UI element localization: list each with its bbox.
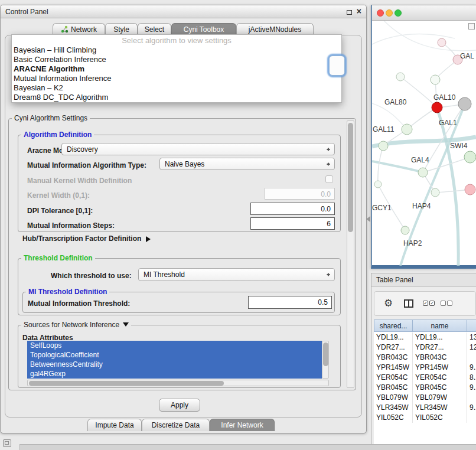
algorithm-menu-item[interactable]: ARACNE Algorithm	[12, 64, 341, 74]
settings-scrollbar-thumb[interactable]	[348, 123, 353, 232]
algorithm-menu-item[interactable]: Dream8 DC_TDC Algorithm	[12, 93, 341, 102]
network-node[interactable]	[465, 184, 475, 195]
zoom-window-icon[interactable]	[395, 9, 402, 17]
mi-algorithm-type-select[interactable]: Naive Bayes	[159, 158, 335, 170]
which-threshold-value: MI Threshold	[144, 270, 185, 279]
table-row[interactable]: YLR345WYLR345W9...	[374, 403, 476, 413]
minimized-panel-icon[interactable]	[3, 439, 11, 447]
mi-threshold-field[interactable]: 0.5	[248, 296, 332, 309]
network-node[interactable]	[464, 151, 476, 163]
network-node[interactable]	[402, 124, 412, 135]
table-cell: 9...	[467, 383, 476, 393]
tab-select[interactable]: Select	[138, 23, 171, 35]
attribute-item[interactable]: gal4RGexp	[27, 369, 322, 379]
algorithm-menu-item[interactable]: Bayesian – Hill Climbing	[12, 45, 341, 55]
mi-steps-value: 6	[327, 220, 331, 228]
control-panel-titlebar[interactable]: Control Panel ×	[1, 5, 366, 18]
expanded-arrow-icon	[123, 322, 129, 330]
select-all-checkbox-icon[interactable]: ✓	[423, 301, 428, 306]
network-node[interactable]	[431, 188, 439, 197]
minimize-window-icon[interactable]	[386, 9, 393, 17]
table-cell	[467, 393, 476, 403]
column-header-name[interactable]: name	[412, 319, 467, 332]
attributes-scrollbar[interactable]	[322, 341, 329, 379]
mi-steps-field[interactable]: 6	[250, 217, 335, 230]
algorithm-menu-item[interactable]: Bayesian – K2	[12, 83, 341, 93]
table-row[interactable]: YBR045CYBR045C9...	[374, 383, 476, 393]
settings-scrollbar[interactable]	[347, 120, 354, 388]
network-node[interactable]	[418, 168, 428, 177]
tab-network[interactable]: Network	[53, 23, 105, 35]
table-row[interactable]: YDR27...YDR27...12...	[374, 343, 476, 353]
network-window-titlebar[interactable]	[372, 5, 476, 21]
focused-browse-button[interactable]	[329, 56, 345, 76]
table-row[interactable]: YDL19...YDL19...13...	[374, 332, 476, 343]
attributes-scrollbar-thumb[interactable]	[323, 343, 328, 366]
close-panel-icon[interactable]: ×	[357, 7, 361, 15]
table-cell: YBL079W	[374, 393, 413, 403]
canvas-mini-checkbox[interactable]	[468, 23, 475, 30]
which-threshold-label: Which threshold to use:	[51, 272, 132, 280]
attribute-item[interactable]: SelfLoops	[27, 341, 322, 350]
network-node[interactable]	[431, 75, 440, 84]
tab-style[interactable]: Style	[105, 23, 138, 35]
column-header-cut[interactable]	[467, 319, 476, 332]
hub-definition-expander[interactable]: Hub/Transcription Factor Definition	[22, 234, 154, 243]
network-node[interactable]	[432, 102, 442, 113]
column-header-shared-name[interactable]: shared...	[374, 319, 413, 332]
table-row[interactable]: YBL079WYBL079W	[374, 393, 476, 403]
network-node[interactable]	[438, 38, 446, 47]
manual-kernel-width-checkbox[interactable]	[325, 175, 333, 183]
table-cell: YBL079W	[413, 393, 467, 403]
table-cell: YER054C	[413, 373, 467, 383]
attribute-item[interactable]: BetweennessCentrality	[27, 360, 322, 369]
mi-threshold-label: Mutual Information Threshold:	[28, 299, 130, 308]
tab-cyni-toolbox[interactable]: Cyni Toolbox	[171, 23, 236, 35]
sources-expander[interactable]: Sources for Network Inference	[21, 321, 131, 330]
dpi-tolerance-field[interactable]: 0.0	[250, 203, 335, 215]
gear-icon[interactable]: ⚙	[384, 298, 393, 308]
attributes-hscrollbar-thumb[interactable]	[29, 381, 224, 386]
attributes-hscrollbar[interactable]	[27, 380, 329, 386]
network-node[interactable]	[374, 181, 382, 188]
table-cell: YBR045C	[413, 383, 467, 393]
which-threshold-select[interactable]: MI Threshold	[138, 268, 335, 281]
mi-algorithm-type-value: Naive Bayes	[165, 160, 204, 168]
table-cell: 9...	[467, 363, 476, 373]
deselect-all-checkbox-icon[interactable]	[441, 301, 446, 306]
network-node[interactable]	[396, 73, 405, 81]
algorithm-menu-item[interactable]: Basic Correlation Inference	[12, 55, 341, 64]
network-canvas-svg[interactable]: GALGAL80GAL10GAL11GAL1SWI4GAL4GCY1HAP4HA…	[372, 21, 476, 266]
tab-discretize-data[interactable]: Discretize Data	[142, 419, 210, 431]
node-label: HAP4	[412, 202, 431, 210]
table-cell: YDR27...	[413, 343, 467, 353]
application-workspace: Control Panel × Network Style Select Cyn…	[0, 0, 476, 450]
select-all-checkbox-icon[interactable]: ✓	[429, 301, 435, 306]
panel-splitter-handle[interactable]	[363, 216, 370, 222]
table-row[interactable]: YBR043CYBR043C	[374, 353, 476, 363]
tab-infer-network[interactable]: Infer Network	[210, 419, 275, 431]
attribute-item[interactable]: TopologicalCoefficient	[27, 350, 322, 360]
network-icon	[61, 25, 69, 33]
columns-icon[interactable]	[404, 299, 413, 308]
algorithm-dropdown-popup: Select algorithm to view settings Bayesi…	[11, 34, 342, 103]
close-window-icon[interactable]	[377, 9, 384, 17]
tab-impute-data[interactable]: Impute Data	[87, 419, 142, 431]
network-node[interactable]	[379, 141, 388, 151]
tab-jactivemnodules[interactable]: jActiveMNodules	[236, 23, 314, 35]
table-row[interactable]: YER054CYER054C8...	[374, 373, 476, 383]
kernel-width-field[interactable]: 0.0	[265, 188, 335, 200]
aracne-mode-select[interactable]: Discovery	[61, 143, 335, 155]
deselect-all-checkbox-icon[interactable]	[447, 301, 452, 306]
tab-network-label: Network	[71, 25, 97, 34]
algorithm-menu-item[interactable]: Mutual Information Inference	[12, 74, 341, 83]
table-row[interactable]: YPR145WYPR145W9...	[374, 363, 476, 373]
network-node[interactable]	[458, 97, 471, 110]
bottom-resize-strip[interactable]	[19, 444, 476, 450]
node-label: HAP2	[403, 239, 422, 247]
apply-button[interactable]: Apply	[159, 399, 200, 412]
stepper-icon	[326, 145, 332, 154]
float-window-icon[interactable]	[347, 10, 352, 15]
table-row[interactable]: YIL052CYIL052C	[374, 413, 476, 423]
network-node[interactable]	[401, 226, 409, 234]
